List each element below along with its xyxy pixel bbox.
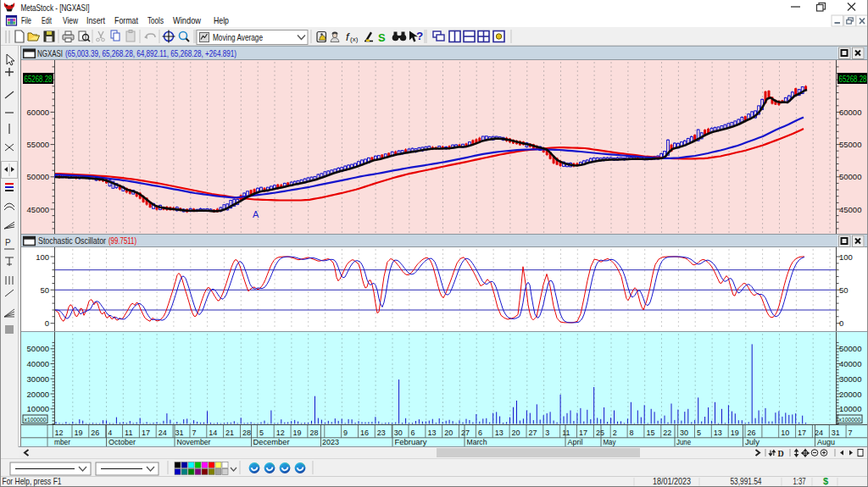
svg-text:24: 24 xyxy=(159,429,167,437)
svg-text:10000: 10000 xyxy=(839,404,861,413)
svg-text:30000: 30000 xyxy=(839,374,861,384)
svg-text:19: 19 xyxy=(731,429,739,437)
svg-text:x100000: x100000 xyxy=(25,416,47,423)
svg-text:4: 4 xyxy=(108,429,112,437)
svg-text:20: 20 xyxy=(512,429,520,437)
svg-text:65268.28: 65268.28 xyxy=(839,75,867,84)
svg-text:50: 50 xyxy=(40,285,49,295)
svg-text:28: 28 xyxy=(242,429,251,437)
svg-text:Moving Average: Moving Average xyxy=(213,32,263,42)
svg-text:June: June xyxy=(676,437,691,446)
svg-text:45000: 45000 xyxy=(27,205,49,214)
svg-text:NGXASI: NGXASI xyxy=(37,48,63,58)
svg-text:mber: mber xyxy=(54,437,70,446)
svg-text:8: 8 xyxy=(630,429,634,437)
svg-text:0: 0 xyxy=(45,318,49,328)
svg-text:20000: 20000 xyxy=(27,390,49,399)
svg-text:12: 12 xyxy=(276,429,285,437)
svg-text:x100000: x100000 xyxy=(839,416,861,423)
svg-text:November: November xyxy=(177,437,211,446)
svg-text:14: 14 xyxy=(209,429,217,437)
svg-text:A: A xyxy=(253,209,259,219)
svg-text:17: 17 xyxy=(798,429,806,437)
svg-text:October: October xyxy=(108,437,136,446)
svg-text:20000: 20000 xyxy=(839,390,861,399)
svg-text:23: 23 xyxy=(377,429,386,437)
svg-text:100: 100 xyxy=(36,252,49,262)
svg-text:60000: 60000 xyxy=(839,108,861,117)
svg-text:Stochastic Oscillator: Stochastic Oscillator xyxy=(38,235,106,246)
svg-text:7: 7 xyxy=(849,429,853,437)
svg-text:26: 26 xyxy=(91,429,99,437)
svg-text:27: 27 xyxy=(461,429,470,437)
svg-text:13: 13 xyxy=(495,429,504,437)
svg-text:13: 13 xyxy=(714,429,722,437)
svg-text:1:37: 1:37 xyxy=(793,476,806,486)
svg-text:Edit: Edit xyxy=(42,15,52,25)
svg-text:April: April xyxy=(568,437,583,446)
svg-text:(99.7511): (99.7511) xyxy=(108,235,136,246)
svg-text:March: March xyxy=(467,437,487,446)
svg-text:17: 17 xyxy=(579,429,587,437)
svg-text:7: 7 xyxy=(192,429,197,437)
svg-text:July: July xyxy=(745,437,760,446)
svg-text:19: 19 xyxy=(293,429,302,437)
svg-text:50000: 50000 xyxy=(27,344,49,353)
svg-text:Augu: Augu xyxy=(817,437,835,446)
svg-text:30000: 30000 xyxy=(27,374,49,384)
svg-text:18/01/2023: 18/01/2023 xyxy=(653,476,691,486)
svg-text:6: 6 xyxy=(411,429,415,437)
svg-text:9: 9 xyxy=(343,429,348,437)
svg-text:30: 30 xyxy=(394,429,403,437)
svg-text:19: 19 xyxy=(75,429,83,437)
svg-text:31: 31 xyxy=(832,429,840,437)
svg-text:40000: 40000 xyxy=(27,359,49,368)
svg-text:0: 0 xyxy=(839,318,843,328)
svg-text:50000: 50000 xyxy=(839,344,861,353)
svg-text:Insert: Insert xyxy=(86,15,105,25)
svg-text:31: 31 xyxy=(175,429,184,437)
svg-text:5: 5 xyxy=(697,429,701,437)
svg-text:S: S xyxy=(378,31,386,44)
svg-text:21: 21 xyxy=(225,429,234,437)
svg-text:11: 11 xyxy=(562,429,570,437)
svg-text:5: 5 xyxy=(259,429,264,437)
svg-text:(x): (x) xyxy=(350,36,359,43)
svg-text:6: 6 xyxy=(478,429,482,437)
svg-text:50: 50 xyxy=(839,285,849,295)
svg-text:For Help, press F1: For Help, press F1 xyxy=(3,476,62,486)
svg-text:December: December xyxy=(253,437,290,446)
svg-text:17: 17 xyxy=(142,429,150,437)
svg-text:Window: Window xyxy=(173,15,201,25)
svg-text:15: 15 xyxy=(646,429,654,437)
svg-text:2: 2 xyxy=(613,429,617,437)
svg-text:?: ? xyxy=(416,30,423,42)
svg-text:12: 12 xyxy=(55,429,64,437)
svg-text:View: View xyxy=(63,15,78,25)
svg-text:3: 3 xyxy=(545,429,549,437)
svg-text:30: 30 xyxy=(680,429,688,437)
svg-text:25: 25 xyxy=(596,429,604,437)
svg-text:28: 28 xyxy=(309,429,318,437)
svg-text:100: 100 xyxy=(839,252,853,262)
svg-text:20: 20 xyxy=(444,429,453,437)
svg-text:2023: 2023 xyxy=(322,437,339,446)
svg-text:$: $ xyxy=(823,476,828,486)
svg-text:50000: 50000 xyxy=(839,172,861,181)
svg-text:24: 24 xyxy=(815,429,823,437)
svg-text:MetaStock - [NGXASI]: MetaStock - [NGXASI] xyxy=(21,3,90,13)
svg-text:May: May xyxy=(604,437,616,446)
svg-text:16: 16 xyxy=(360,429,369,437)
svg-text:50000: 50000 xyxy=(27,172,49,181)
svg-text:Tools: Tools xyxy=(147,15,164,25)
svg-text:File: File xyxy=(21,15,31,25)
svg-text:13: 13 xyxy=(427,429,436,437)
svg-text:40000: 40000 xyxy=(839,359,861,368)
svg-text:60000: 60000 xyxy=(27,108,49,117)
svg-text:65268.28: 65268.28 xyxy=(25,75,53,84)
svg-text:10: 10 xyxy=(781,429,789,437)
svg-text:10000: 10000 xyxy=(27,404,49,413)
svg-text:Format: Format xyxy=(114,15,138,25)
svg-text:53,991.54: 53,991.54 xyxy=(731,476,762,486)
svg-text:55000: 55000 xyxy=(839,140,861,149)
